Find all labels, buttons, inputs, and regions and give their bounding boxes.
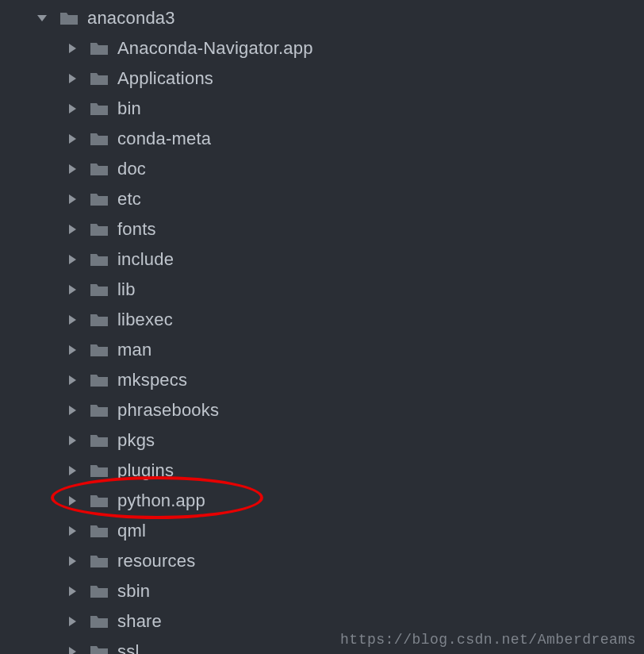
folder-row[interactable]: man — [0, 335, 644, 365]
folder-label: fonts — [117, 219, 156, 240]
chevron-right-icon[interactable] — [63, 552, 81, 570]
chevron-right-icon[interactable] — [63, 432, 81, 449]
folder-icon — [89, 432, 109, 449]
folder-label: ssl — [117, 641, 140, 654]
folder-icon — [89, 311, 109, 329]
folder-icon — [89, 371, 109, 389]
folder-row[interactable]: phrasebooks — [0, 395, 644, 425]
folder-label: doc — [117, 159, 146, 179]
folder-row[interactable]: bin — [0, 94, 644, 124]
folder-label: libexec — [117, 310, 173, 330]
folder-icon — [89, 40, 109, 57]
chevron-right-icon[interactable] — [63, 190, 81, 208]
folder-row[interactable]: doc — [0, 154, 644, 184]
folder-label: sbin — [117, 581, 150, 602]
folder-label: mkspecs — [117, 370, 187, 390]
folder-row[interactable]: libexec — [0, 305, 644, 335]
folder-icon — [89, 100, 109, 117]
svg-marker-21 — [69, 647, 76, 654]
folder-row[interactable]: mkspecs — [0, 365, 644, 395]
folder-row[interactable]: resources — [0, 546, 644, 576]
chevron-right-icon[interactable] — [63, 492, 81, 510]
chevron-right-icon[interactable] — [63, 613, 81, 630]
chevron-right-icon[interactable] — [63, 462, 81, 479]
folder-label: conda-meta — [117, 129, 211, 149]
watermark-text: https://blog.csdn.net/Amberdreams — [340, 632, 636, 648]
chevron-right-icon[interactable] — [63, 100, 81, 117]
folder-label: pkgs — [117, 430, 155, 451]
svg-marker-1 — [69, 44, 76, 53]
chevron-right-icon[interactable] — [63, 341, 81, 359]
folder-row[interactable]: python.app — [0, 486, 644, 516]
chevron-right-icon[interactable] — [63, 311, 81, 329]
chevron-right-icon[interactable] — [63, 70, 81, 87]
folder-icon — [89, 130, 109, 148]
svg-marker-7 — [69, 225, 76, 234]
chevron-right-icon[interactable] — [63, 643, 81, 654]
folder-icon — [89, 583, 109, 600]
folder-label: Applications — [117, 68, 213, 89]
svg-marker-11 — [69, 345, 76, 355]
folder-label: man — [117, 340, 151, 360]
file-tree: anaconda3 Anaconda-Navigator.appApplicat… — [0, 0, 644, 654]
folder-icon — [89, 552, 109, 570]
folder-label: include — [117, 249, 174, 270]
folder-label-root: anaconda3 — [87, 8, 175, 29]
folder-label: resources — [117, 551, 195, 571]
chevron-down-icon[interactable] — [33, 10, 51, 27]
folder-icon — [89, 643, 109, 654]
folder-icon — [89, 402, 109, 419]
folder-label: qml — [117, 521, 146, 541]
chevron-right-icon[interactable] — [63, 371, 81, 389]
chevron-right-icon[interactable] — [63, 130, 81, 148]
chevron-right-icon[interactable] — [63, 402, 81, 419]
folder-row[interactable]: qml — [0, 516, 644, 546]
folder-label: bin — [117, 98, 141, 119]
folder-row[interactable]: conda-meta — [0, 124, 644, 154]
chevron-right-icon[interactable] — [63, 583, 81, 600]
chevron-right-icon[interactable] — [63, 281, 81, 298]
folder-label: plugins — [117, 460, 174, 481]
folder-icon — [89, 70, 109, 87]
folder-icon — [89, 522, 109, 540]
chevron-right-icon[interactable] — [63, 160, 81, 178]
svg-marker-5 — [69, 164, 76, 174]
folder-label: Anaconda-Navigator.app — [117, 38, 313, 59]
folder-icon — [89, 462, 109, 479]
svg-marker-4 — [69, 134, 76, 144]
svg-marker-6 — [69, 194, 76, 204]
svg-marker-14 — [69, 436, 76, 445]
folder-icon — [89, 251, 109, 268]
folder-row[interactable]: fonts — [0, 214, 644, 244]
svg-marker-17 — [69, 526, 76, 536]
folder-row[interactable]: lib — [0, 275, 644, 305]
svg-marker-18 — [69, 556, 76, 566]
folder-icon — [89, 190, 109, 208]
chevron-right-icon[interactable] — [63, 522, 81, 540]
folder-row[interactable]: sbin — [0, 576, 644, 606]
folder-row[interactable]: pkgs — [0, 425, 644, 456]
svg-marker-16 — [69, 496, 76, 506]
folder-row[interactable]: Applications — [0, 63, 644, 94]
folder-row[interactable]: plugins — [0, 456, 644, 486]
folder-label: share — [117, 611, 162, 632]
folder-row[interactable]: include — [0, 244, 644, 275]
folder-row-root[interactable]: anaconda3 — [0, 3, 644, 33]
svg-marker-2 — [69, 74, 76, 83]
folder-row[interactable]: Anaconda-Navigator.app — [0, 33, 644, 63]
svg-marker-12 — [69, 375, 76, 385]
folder-icon — [59, 10, 79, 27]
chevron-right-icon[interactable] — [63, 221, 81, 238]
svg-marker-8 — [69, 255, 76, 264]
svg-marker-10 — [69, 315, 76, 325]
folder-row[interactable]: etc — [0, 184, 644, 214]
chevron-right-icon[interactable] — [63, 40, 81, 57]
svg-marker-9 — [69, 285, 76, 294]
chevron-right-icon[interactable] — [63, 251, 81, 268]
folder-label: etc — [117, 189, 141, 210]
svg-marker-3 — [69, 104, 76, 113]
folder-label: phrasebooks — [117, 400, 219, 421]
folder-icon — [89, 160, 109, 178]
folder-icon — [89, 613, 109, 630]
folder-icon — [89, 221, 109, 238]
